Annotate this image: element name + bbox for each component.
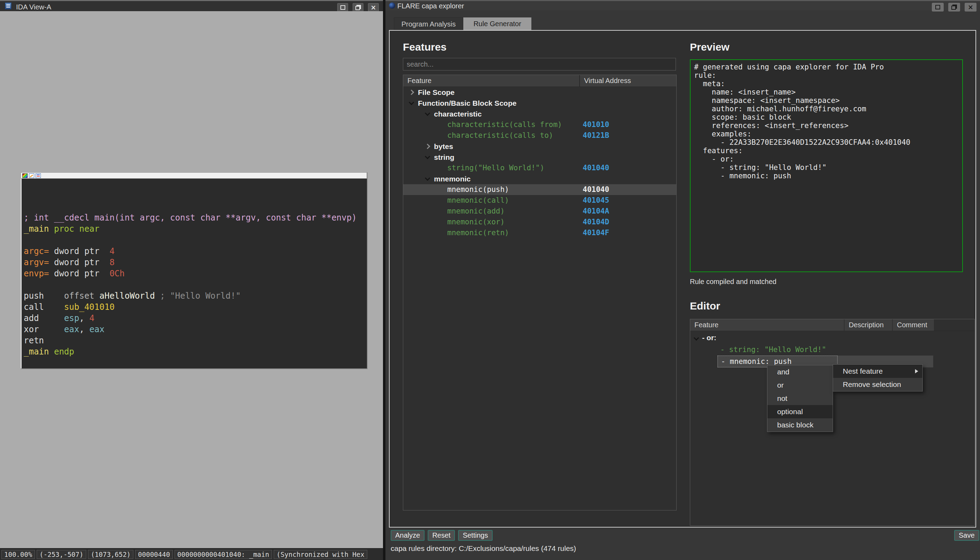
asm-token: offset [64, 291, 100, 301]
column-header-virtual-address[interactable]: Virtual Address [580, 75, 676, 87]
disassembly-titlebar[interactable] [21, 172, 367, 178]
chevron-down-icon[interactable] [425, 111, 431, 116]
search-input[interactable] [403, 58, 676, 70]
close-button[interactable] [368, 3, 379, 12]
ida-window-controls [337, 3, 379, 12]
feature-tree-row[interactable]: mnemonic(push)401040 [403, 184, 676, 195]
column-header-feature[interactable]: Feature [403, 75, 580, 87]
feature-tree-row[interactable]: mnemonic(retn)40104F [403, 227, 676, 238]
asm-token: dword ptr [49, 269, 109, 278]
palette-icon[interactable] [22, 173, 28, 178]
column-header-description[interactable]: Description [845, 319, 892, 331]
preview-heading: Preview [690, 41, 730, 53]
preview-code-line: namespace: <insert_namespace> [694, 96, 959, 105]
maximize-icon [341, 5, 345, 10]
feature-tree-row[interactable]: characteristic [403, 108, 676, 119]
asm-token: push [24, 291, 44, 301]
asm-token: , [79, 325, 89, 334]
reset-button[interactable]: Reset [428, 530, 455, 541]
menu-item-not[interactable]: not [767, 392, 833, 405]
feature-tree-row[interactable]: mnemonic(xor)40104D [403, 217, 676, 227]
close-button[interactable] [965, 3, 977, 12]
asm-line: retn [22, 335, 367, 346]
feature-label: Function/Basic Block Scope [418, 98, 516, 108]
feature-tree-row[interactable]: string("Hello World!")401040 [403, 163, 676, 173]
disassembly-code[interactable]: ; int __cdecl main(int argc, const char … [21, 178, 367, 368]
chevron-down-icon[interactable] [425, 154, 431, 160]
rule-preview-box[interactable]: # generated using capa explorer for IDA … [690, 59, 963, 272]
asm-line: argv= dword ptr 8 [22, 257, 367, 268]
preview-code-line: features: [694, 147, 959, 155]
asm-token: envp= [24, 269, 49, 278]
preview-code-line: meta: [694, 80, 959, 88]
asm-token: 4 [110, 246, 115, 256]
menu-item-basic-block[interactable]: basic block [767, 418, 833, 432]
column-header-comment[interactable]: Comment [893, 319, 934, 331]
submenu-arrow-icon [915, 369, 918, 373]
asm-line [22, 235, 367, 246]
analyze-button[interactable]: Analyze [391, 530, 424, 541]
ida-window: IDA View-A ; int __cdecl main(int argc, … [0, 0, 383, 560]
save-button[interactable]: Save [954, 530, 979, 541]
chevron-down-icon[interactable] [425, 175, 431, 181]
chevron-down-icon[interactable] [409, 100, 414, 105]
feature-tree-row[interactable]: mnemonic [403, 173, 676, 184]
feature-tree-row[interactable]: Function/Basic Block Scope [403, 98, 676, 108]
capa-explorer-window: FLARE capa explorer Program Analysis Rul… [386, 0, 980, 560]
ida-view-icon [5, 2, 12, 9]
editor-row-or[interactable]: - or: [690, 332, 974, 344]
tab-program-analysis[interactable]: Program Analysis [394, 17, 463, 30]
asm-token: ; int __cdecl main(int argc, const char … [24, 213, 357, 223]
status-segment: (1073,652) [88, 550, 134, 559]
ida-titlebar[interactable]: IDA View-A [0, 1, 383, 11]
editor-table-header: Feature Description Comment [690, 319, 974, 331]
feature-tree-row[interactable]: string [403, 152, 676, 163]
asm-token: _main [24, 224, 49, 234]
disassembly-subwindow[interactable]: ; int __cdecl main(int argc, const char … [21, 172, 367, 369]
asm-token: xor [24, 325, 39, 334]
asm-token: add [24, 313, 39, 323]
asm-token: 0Ch [110, 269, 125, 278]
menu-item-optional[interactable]: optional [767, 405, 833, 418]
preview-code-line: references: <insert_references> [694, 122, 959, 130]
maximize-button[interactable] [337, 3, 348, 12]
capa-titlebar[interactable]: FLARE capa explorer [386, 1, 980, 10]
chevron-down-icon[interactable] [694, 335, 699, 341]
asm-token: eax [89, 325, 104, 334]
tab-rule-generator[interactable]: Rule Generator [463, 17, 531, 30]
asm-token [49, 347, 54, 357]
feature-tree-row[interactable]: bytes [403, 141, 676, 152]
asm-line: _main endp [22, 346, 367, 357]
maximize-button[interactable] [932, 3, 944, 12]
feature-tree-row[interactable]: characteristic(calls to)40121B [403, 130, 676, 141]
feature-virtual-address: 401040 [583, 163, 609, 173]
feature-tree-row[interactable]: mnemonic(call)401045 [403, 195, 676, 206]
asm-line: _main proc near [22, 223, 367, 235]
chevron-right-icon[interactable] [409, 90, 414, 95]
editor-heading: Editor [690, 300, 720, 312]
graph-jump-icon[interactable] [36, 173, 41, 178]
preview-code-line: name: <insert_name> [694, 88, 959, 96]
menu-item-and[interactable]: and [767, 365, 833, 378]
menu-item-Nest-feature[interactable]: Nest feature [833, 365, 922, 378]
settings-button[interactable]: Settings [458, 530, 492, 541]
column-header-feature[interactable]: Feature [690, 319, 844, 331]
menu-item-or[interactable]: or [767, 378, 833, 392]
feature-label: mnemonic [434, 173, 471, 184]
status-segment: 100.00% [2, 550, 35, 559]
restore-button[interactable] [948, 3, 960, 12]
status-segment: (-253,-507) [37, 550, 86, 559]
features-heading: Features [403, 41, 447, 53]
asm-token: eax [64, 325, 79, 334]
feature-virtual-address: 40104D [583, 217, 609, 227]
menu-item-Remove-selection[interactable]: Remove selection [833, 378, 922, 391]
pencil-edit-icon[interactable] [29, 173, 34, 178]
chevron-right-icon[interactable] [425, 144, 431, 149]
feature-tree-row[interactable]: mnemonic(add)40104A [403, 206, 676, 217]
editor-row-string[interactable]: - string: "Hello World!" [690, 344, 974, 355]
restore-button[interactable] [352, 3, 364, 12]
feature-tree-row[interactable]: characteristic(calls from)401010 [403, 119, 676, 130]
asm-line [22, 190, 367, 201]
feature-tree-row[interactable]: File Scope [403, 87, 676, 98]
asm-line: push offset aHelloWorld ; "Hello World!" [22, 290, 367, 302]
